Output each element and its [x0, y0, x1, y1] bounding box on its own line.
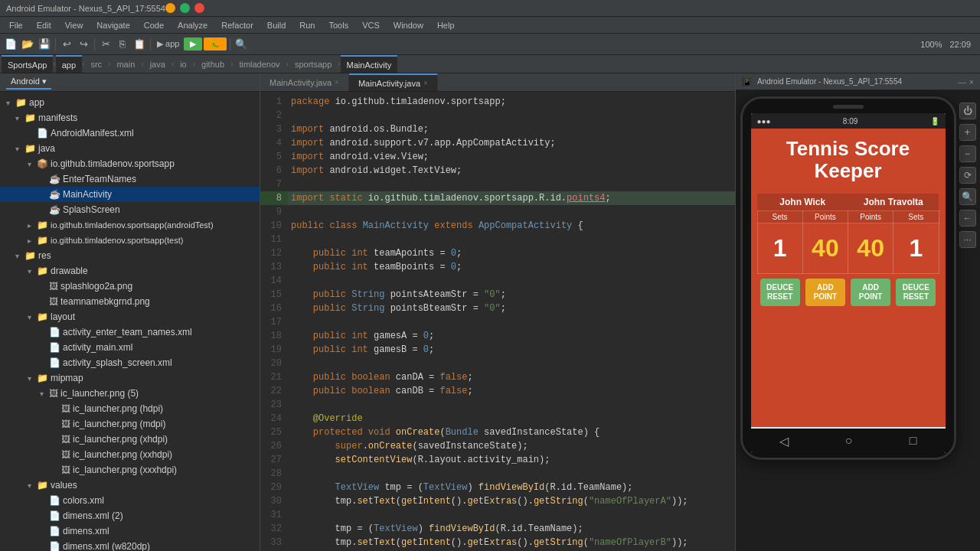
sets-label-a: Sets — [757, 211, 802, 223]
home-icon[interactable]: ○ — [845, 434, 853, 448]
close-tab-icon[interactable]: × — [423, 79, 428, 87]
run-button[interactable]: ▶ — [184, 37, 202, 51]
player-a-header: John Wick — [757, 194, 848, 211]
title-bar-title: Android Emulator - Nexus_5_API_17:5554 — [6, 4, 165, 13]
back-emu-button[interactable]: ← — [959, 210, 976, 227]
close-tab-icon[interactable]: × — [335, 78, 339, 86]
breadcrumb-app[interactable]: app — [56, 55, 82, 73]
close-button[interactable] — [194, 3, 204, 13]
undo-button[interactable]: ↩ — [59, 37, 74, 52]
tree-activity-main-xml[interactable]: 📄 activity_main.xml — [0, 340, 260, 355]
tree-res[interactable]: ▾ 📁 res — [0, 248, 260, 263]
menu-vcs[interactable]: VCS — [356, 19, 386, 31]
power-button[interactable]: ⏻ — [959, 103, 976, 119]
more-button[interactable]: ··· — [959, 231, 976, 248]
chevron-down-icon: ▾ — [28, 481, 37, 490]
code-editor[interactable]: 1 package io.github.timladenov.sportsapp… — [260, 92, 735, 551]
tree-test[interactable]: ▸ 📁 io.github.timladenov.sportsapp(test) — [0, 233, 260, 248]
tree-mipmap[interactable]: ▾ 📁 mipmap — [0, 370, 260, 386]
menu-build[interactable]: Build — [261, 19, 292, 31]
tree-label-layout: layout — [51, 311, 75, 322]
tree-values[interactable]: ▾ 📁 values — [0, 478, 260, 493]
xml-icon: 📄 — [49, 342, 60, 353]
paste-button[interactable]: 📋 — [132, 37, 147, 52]
deuce-reset-a-button[interactable]: DEUCERESET — [760, 279, 800, 306]
tree-launcher-hdpi[interactable]: 🖼 ic_launcher.png (hdpi) — [0, 401, 260, 416]
save-all-button[interactable]: 💾 — [37, 37, 52, 52]
editor-tab-mainactivity-1[interactable]: MainActivity.java × — [260, 73, 349, 91]
rotate-button[interactable]: ⟳ — [959, 167, 976, 184]
tree-launcher-xhdpi[interactable]: 🖼 ic_launcher.png (xhdpi) — [0, 432, 260, 447]
folder-icon: 📁 — [24, 250, 36, 261]
recents-icon[interactable]: □ — [910, 434, 917, 448]
tree-dimens-2[interactable]: 📄 dimens.xml (2) — [0, 508, 260, 523]
breadcrumb-main[interactable]: main — [110, 55, 141, 73]
open-button[interactable]: 📂 — [20, 37, 35, 52]
add-point-a-button[interactable]: ADDPOINT — [805, 279, 845, 306]
redo-button[interactable]: ↪ — [76, 37, 91, 52]
tree-pkg[interactable]: ▾ 📦 io.github.timladenov.sportsapp — [0, 156, 260, 171]
tree-layout[interactable]: ▾ 📁 layout — [0, 309, 260, 324]
project-tab[interactable]: Android ▾ — [6, 75, 51, 90]
breadcrumb-mainactivity[interactable]: MainActivity — [341, 55, 398, 73]
tree-dimens[interactable]: 📄 dimens.xml — [0, 523, 260, 539]
tree-launcher-xxhdpi[interactable]: 🖼 ic_launcher.png (xxhdpi) — [0, 447, 260, 462]
breadcrumb-sportsapp2[interactable]: sportsapp — [289, 55, 338, 73]
tree-launcher-5[interactable]: ▾ 🖼 ic_launcher.png (5) — [0, 386, 260, 401]
tree-launcher-xxxhdpi[interactable]: 🖼 ic_launcher.png (xxxhdpi) — [0, 462, 260, 478]
menu-window[interactable]: Window — [387, 19, 430, 31]
menu-edit[interactable]: Edit — [31, 19, 57, 31]
menu-file[interactable]: File — [3, 19, 29, 31]
tree-enterteamnames[interactable]: ☕ EnterTeamNames — [0, 171, 260, 187]
tree-splashscreen[interactable]: ☕ SplashScreen — [0, 202, 260, 217]
add-point-b-button[interactable]: ADDPOINT — [851, 279, 890, 306]
menu-refactor[interactable]: Refactor — [215, 19, 260, 31]
minimize-button[interactable] — [165, 3, 175, 13]
debug-button[interactable]: 🐛 — [204, 37, 227, 51]
zoom-in-button[interactable]: 🔍 — [959, 188, 976, 205]
back-icon[interactable]: ◁ — [779, 434, 789, 448]
new-file-button[interactable]: 📄 — [3, 37, 18, 52]
tree-splashlogo[interactable]: 🖼 splashlogo2a.png — [0, 279, 260, 294]
file-tree: ▾ 📁 app ▾ 📁 manifests 📄 AndroidManifest.… — [0, 92, 260, 551]
tree-app[interactable]: ▾ 📁 app — [0, 95, 260, 110]
chevron-down-icon: ▾ — [28, 160, 37, 168]
label-row: Sets Points Points Sets — [757, 211, 939, 223]
menu-tools[interactable]: Tools — [322, 19, 354, 31]
menu-view[interactable]: View — [59, 19, 90, 31]
menu-navigate[interactable]: Navigate — [90, 19, 136, 31]
menu-help[interactable]: Help — [431, 19, 461, 31]
breadcrumb-github[interactable]: github — [195, 55, 230, 73]
tree-androidtest[interactable]: ▸ 📁 io.github.timladenov.sportsapp(andro… — [0, 217, 260, 233]
breadcrumb-timladenov[interactable]: timladenov — [233, 55, 286, 73]
copy-button[interactable]: ⎘ — [115, 37, 130, 52]
breadcrumb-sportsapp[interactable]: SportsApp — [2, 55, 53, 73]
volume-up-button[interactable]: + — [959, 124, 976, 141]
tree-java[interactable]: ▾ 📁 java — [0, 141, 260, 156]
search-button[interactable]: 🔍 — [234, 37, 249, 52]
tree-teamname-bg[interactable]: 🖼 teamnamebkgrnd.png — [0, 294, 260, 309]
menu-code[interactable]: Code — [138, 19, 170, 31]
tree-manifests[interactable]: ▾ 📁 manifests — [0, 110, 260, 126]
tree-colors[interactable]: 📄 colors.xml — [0, 493, 260, 508]
breadcrumb-io[interactable]: io — [174, 55, 193, 73]
tree-launcher-mdpi[interactable]: 🖼 ic_launcher.png (mdpi) — [0, 416, 260, 432]
cut-button[interactable]: ✂ — [98, 37, 113, 52]
code-line: 4 import android.support.v7.app.AppCompa… — [260, 136, 735, 150]
tree-drawable[interactable]: ▾ 📁 drawable — [0, 263, 260, 279]
breadcrumb-src[interactable]: src — [84, 55, 108, 73]
tree-dimens-w820[interactable]: 📄 dimens.xml (w820dp) — [0, 539, 260, 551]
volume-down-button[interactable]: − — [959, 145, 976, 162]
editor-tab-mainactivity-2[interactable]: MainActivity.java × — [349, 73, 438, 91]
maximize-button[interactable] — [180, 3, 190, 13]
menu-analyze[interactable]: Analyze — [172, 19, 214, 31]
deuce-reset-b-button[interactable]: DEUCERESET — [896, 279, 936, 306]
tree-activity-enter[interactable]: 📄 activity_enter_team_names.xml — [0, 324, 260, 340]
tree-androidmanifest[interactable]: 📄 AndroidManifest.xml — [0, 126, 260, 141]
tree-mainactivity[interactable]: ☕ MainActivity — [0, 187, 260, 202]
breadcrumb-java[interactable]: java — [144, 55, 172, 73]
tree-activity-splash-xml[interactable]: 📄 activity_splash_screen.xml — [0, 355, 260, 370]
menu-run[interactable]: Run — [293, 19, 321, 31]
emulator-close-icon[interactable]: — × — [959, 77, 974, 86]
code-line: 9 — [260, 205, 735, 219]
